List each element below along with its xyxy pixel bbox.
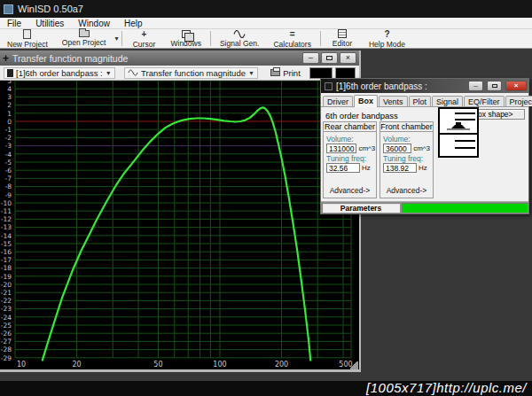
dialog-statusbar: Parameters [321, 201, 528, 214]
menu-utilities[interactable]: Utilities [28, 18, 71, 28]
svg-text:-24: -24 [1, 314, 12, 322]
windows-icon [182, 30, 191, 38]
rear-tuning-input[interactable]: 32.56 [326, 163, 360, 173]
menu-window[interactable]: Window [71, 18, 117, 28]
menu-file[interactable]: File [0, 18, 28, 28]
signal-gen-button[interactable]: Signal Gen. [213, 29, 266, 48]
front-chamber-header: Front chamber [379, 121, 434, 131]
editor-icon [338, 29, 347, 38]
chart-window-title: Transfer function magnitude [12, 53, 299, 64]
rear-advanced-link[interactable]: Advanced-> [324, 186, 376, 195]
svg-text:3: 3 [7, 93, 12, 101]
tab-plot[interactable]: Plot [409, 96, 432, 106]
crosshair-icon: + [3, 54, 9, 63]
calculators-icon: = [290, 29, 295, 39]
tab-driver[interactable]: Driver [323, 96, 353, 106]
toolbar-separator [121, 31, 122, 46]
rear-volume-input[interactable]: 131000 [326, 144, 356, 153]
svg-text:-28: -28 [1, 346, 12, 353]
front-tuning-input[interactable]: 138.92 [383, 163, 417, 173]
svg-text:100: 100 [213, 361, 226, 369]
dialog-title: [1]6th order bandpass : [336, 82, 465, 91]
front-volume-input[interactable]: 36000 [383, 144, 411, 153]
front-chamber-panel: Front chamber Volume: 36000 cm^3 Tuning … [379, 121, 434, 198]
windows-button[interactable]: Windows [163, 29, 207, 48]
tuning-unit: Hz [362, 164, 371, 172]
new-project-button[interactable]: New Project [0, 29, 55, 48]
maximize-icon [492, 84, 497, 88]
tab-vents[interactable]: Vents [379, 96, 408, 106]
volume-label: Volume: [326, 135, 373, 144]
close-button[interactable]: × [340, 52, 356, 64]
plot-area[interactable]: 543210-1-2-3-4-5-6-7-8-9-10-11-12-13-14-… [0, 81, 358, 369]
svg-text:-9: -9 [5, 191, 12, 199]
dialog-titlebar[interactable]: [1]6th order bandpass : – × [321, 79, 528, 93]
printer-icon [270, 69, 280, 76]
main-toolbar: New Project Open Project ▾ + Cursor Wind… [0, 29, 532, 49]
sine-icon [128, 69, 138, 76]
svg-text:-1: -1 [5, 126, 12, 134]
chevron-down-icon: ▼ [106, 70, 112, 76]
cursor-icon: + [142, 29, 147, 39]
rear-chamber-panel: Rear chamber Volume: 131000 cm^3 Tuning … [323, 121, 377, 198]
transfer-plot: 543210-1-2-3-4-5-6-7-8-9-10-11-12-13-14-… [0, 81, 358, 369]
dialog-minimize-button[interactable]: – [468, 81, 483, 91]
tuning-freq-label: Tuning freq: [326, 154, 373, 163]
svg-text:-8: -8 [5, 182, 12, 190]
svg-text:-12: -12 [1, 215, 12, 223]
svg-text:-5: -5 [5, 159, 12, 167]
svg-text:-6: -6 [5, 167, 12, 175]
svg-text:1: 1 [7, 110, 12, 118]
cursor-readout-frequency [309, 67, 333, 79]
project-select[interactable]: [1]6th order bandpass : ▼ [4, 67, 115, 79]
tuning-unit: Hz [419, 164, 427, 172]
svg-text:-3: -3 [5, 142, 12, 150]
tab-box[interactable]: Box [354, 95, 378, 107]
dialog-tabs: Driver Box Vents Plot Signal EQ/Filter P… [321, 93, 528, 107]
svg-text:200: 200 [275, 361, 288, 369]
svg-text:-13: -13 [1, 223, 12, 231]
cursor-readout-value [335, 67, 356, 79]
graph-type-select[interactable]: Transfer function magnitude ▼ [124, 67, 258, 79]
help-mode-icon: ? [384, 29, 389, 39]
svg-text:10: 10 [17, 361, 26, 369]
svg-text:-10: -10 [1, 199, 12, 207]
svg-text:-29: -29 [1, 354, 12, 362]
resize-grip[interactable] [350, 361, 358, 369]
svg-text:-7: -7 [5, 175, 12, 182]
svg-text:-22: -22 [1, 297, 12, 305]
print-button[interactable]: Print [267, 67, 304, 79]
calculators-button[interactable]: = Calculators [266, 29, 318, 48]
window-bottom-frame: [1005x717]http://uplc.me/ [0, 381, 532, 396]
menu-help[interactable]: Help [117, 18, 150, 28]
open-project-dropdown-icon[interactable]: ▾ [113, 35, 120, 43]
chart-toolbar: [1]6th order bandpass : ▼ Transfer funct… [0, 66, 359, 81]
cursor-button[interactable]: + Cursor [124, 29, 163, 48]
tab-project[interactable]: Project [505, 96, 532, 106]
maximize-button[interactable] [321, 52, 338, 64]
enclosure-diagram [438, 107, 479, 158]
svg-text:-23: -23 [1, 305, 12, 313]
minimize-button[interactable]: – [302, 52, 319, 64]
tab-signal[interactable]: Signal [432, 96, 463, 106]
transfer-function-window: + Transfer function magnitude – × [1]6th… [0, 50, 361, 372]
app-titlebar: WinISD 0.50a7 [0, 0, 532, 18]
app-icon [4, 4, 13, 14]
svg-text:-17: -17 [1, 256, 12, 264]
box-tab-panel: 6th order bandpass Box shape> Rear chamb… [321, 107, 528, 200]
editor-button[interactable]: Editor [323, 29, 362, 48]
dialog-maximize-button[interactable] [487, 81, 502, 91]
svg-text:-27: -27 [1, 338, 12, 346]
svg-text:-11: -11 [1, 207, 12, 215]
bandpass-dialog: [1]6th order bandpass : – × Driver Box V… [320, 78, 529, 214]
svg-text:2: 2 [7, 101, 12, 109]
tab-eq-filter[interactable]: EQ/Filter [464, 96, 505, 106]
dialog-close-button[interactable]: × [505, 81, 527, 91]
help-mode-button[interactable]: ? Help Mode [362, 29, 412, 48]
open-project-button[interactable]: Open Project [55, 29, 113, 48]
front-advanced-link[interactable]: Advanced-> [380, 186, 433, 195]
svg-text:-2: -2 [5, 134, 12, 142]
chart-window-titlebar[interactable]: + Transfer function magnitude – × [0, 50, 359, 66]
svg-text:-21: -21 [1, 289, 12, 297]
volume-label: Volume: [383, 135, 430, 144]
